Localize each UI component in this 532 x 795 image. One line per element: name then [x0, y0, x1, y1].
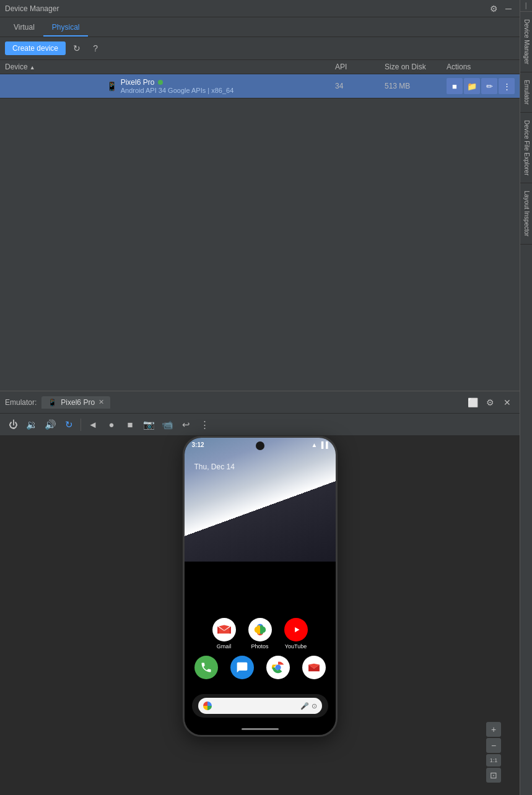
record-button[interactable]: 📹: [159, 417, 175, 433]
help-button[interactable]: ?: [88, 41, 103, 56]
phone-notch: [256, 441, 264, 450]
google-logo: [203, 702, 212, 710]
photos-icon: [248, 618, 272, 641]
photos-app[interactable]: Photos: [248, 618, 272, 649]
toolbar-separator: [81, 419, 81, 431]
screenshot-button[interactable]: 📷: [141, 417, 157, 433]
youtube-icon: [284, 618, 308, 641]
phone-app-icon: [194, 656, 218, 679]
gmail2-icon: [302, 656, 326, 679]
svg-marker-2: [295, 627, 299, 632]
wifi-icon: ▲: [311, 441, 317, 448]
google-search-bar[interactable]: 🎤 ⊙: [198, 698, 322, 714]
device-type-icon: 📱: [107, 81, 117, 91]
vol-up-button[interactable]: 🔊: [42, 417, 58, 433]
sidebar-item-device-manager[interactable]: Device Manager: [520, 12, 532, 72]
refresh-button[interactable]: ↻: [69, 41, 84, 56]
settings-button[interactable]: ⚙: [487, 2, 500, 15]
messages-icon: [230, 656, 254, 679]
emulator-close-button[interactable]: ✕: [98, 398, 104, 406]
device-size: 513 MB: [385, 82, 447, 90]
phone-status-bar: 3:12 ▲ ▐▐: [185, 438, 336, 452]
column-device[interactable]: Device: [5, 63, 335, 71]
power-button[interactable]: ⏻: [5, 417, 21, 433]
phone-screen: 3:12 ▲ ▐▐ Thu, Dec 14: [185, 438, 336, 735]
zoom-out-button[interactable]: −: [486, 738, 501, 753]
device-name-label: Pixel6 Pro: [121, 78, 155, 87]
tabs-bar: Virtual Physical: [0, 17, 520, 37]
lens-icon: ⊙: [312, 702, 317, 710]
home-indicator: [242, 728, 279, 730]
zoom-in-button[interactable]: +: [486, 722, 501, 737]
restore-button[interactable]: ↩: [178, 417, 194, 433]
app-title: Device Manager: [5, 4, 59, 13]
chrome-app[interactable]: [266, 656, 290, 679]
phone-wallpaper: [185, 438, 336, 562]
gmail2-app[interactable]: [302, 656, 326, 679]
stop-nav-button[interactable]: ■: [122, 417, 138, 433]
emulator-settings-button[interactable]: ⚙: [482, 395, 497, 410]
folder-button[interactable]: 📁: [464, 78, 480, 94]
home-nav-button[interactable]: ●: [103, 417, 120, 433]
sort-asc-icon: [30, 63, 35, 71]
stop-button[interactable]: ■: [447, 78, 463, 94]
phone-date-area: Thu, Dec 14: [185, 463, 336, 471]
gmail-icon: [212, 618, 236, 641]
gmail-label: Gmail: [217, 643, 232, 649]
vol-down-button[interactable]: 🔉: [24, 417, 40, 433]
column-api: API: [335, 63, 385, 71]
youtube-label: YouTube: [285, 643, 307, 649]
minimize-button[interactable]: ─: [502, 2, 515, 15]
status-icons: ▲ ▐▐: [311, 441, 328, 448]
photos-label: Photos: [251, 643, 268, 649]
table-header: Device API Size on Disk Actions: [0, 60, 520, 74]
create-device-button[interactable]: Create device: [5, 41, 66, 55]
sidebar-item-device-file-explorer[interactable]: Device File Explorer: [520, 113, 532, 183]
youtube-app[interactable]: YouTube: [284, 618, 308, 649]
right-sidebar: │ Device Manager Emulator Device File Ex…: [520, 0, 532, 795]
mic-icon: 🎤: [300, 702, 309, 710]
back-nav-button[interactable]: ◄: [85, 417, 101, 433]
zoom-controls: + − 1:1 ⊡: [486, 722, 501, 783]
column-actions: Actions: [447, 63, 515, 71]
tab-virtual[interactable]: Virtual: [5, 19, 43, 37]
device-subtitle: Android API 34 Google APIs | x86_64: [121, 87, 234, 94]
gmail-app[interactable]: Gmail: [212, 618, 236, 649]
device-actions: ■ 📁 ✏ ⋮: [447, 78, 515, 94]
emulator-panel: Emulator: 📱 Pixel6 Pro ✕ ⬜ ⚙ ✕ ⏻ 🔉 🔊 ↻ ◄…: [0, 391, 520, 795]
signal-icon: ▐▐: [319, 441, 328, 448]
emulator-device-icon: 📱: [48, 398, 57, 407]
sidebar-indicator: │: [525, 2, 528, 9]
device-info: 📱 Pixel6 Pro Android API 34 Google APIs …: [5, 78, 335, 94]
sidebar-item-emulator[interactable]: Emulator: [520, 72, 532, 113]
right-panel-top: │: [520, 0, 532, 12]
phone-date: Thu, Dec 14: [194, 463, 336, 471]
more-button[interactable]: ⋮: [499, 78, 515, 94]
messages-app[interactable]: [230, 656, 254, 679]
status-time: 3:12: [192, 441, 204, 448]
chrome-icon: [266, 656, 290, 679]
device-status-dot: [158, 80, 163, 85]
emulator-tab-label: Pixel6 Pro: [61, 398, 95, 407]
svg-rect-1: [229, 627, 230, 633]
more-options-button[interactable]: ⋮: [196, 417, 212, 433]
device-api: 34: [335, 82, 385, 90]
tab-physical[interactable]: Physical: [43, 19, 89, 37]
rotate-button[interactable]: ↻: [61, 417, 77, 433]
column-size: Size on Disk: [385, 63, 447, 71]
emulator-toolbar: ⏻ 🔉 🔊 ↻ ◄ ● ■ 📷 📹 ↩ ⋮: [0, 414, 520, 436]
phone-search-bar-container: 🎤 ⊙: [192, 694, 328, 718]
sidebar-item-layout-inspector[interactable]: Layout Inspector: [520, 183, 532, 245]
phone-frame[interactable]: 3:12 ▲ ▐▐ Thu, Dec 14: [183, 436, 338, 737]
zoom-ratio: 1:1: [486, 754, 501, 767]
emulator-close-btn[interactable]: ✕: [500, 395, 515, 410]
emulator-maximize-button[interactable]: ⬜: [465, 395, 480, 410]
device-toolbar: Create device ↻ ?: [0, 37, 520, 60]
emulator-tab[interactable]: 📱 Pixel6 Pro ✕: [41, 396, 110, 409]
device-table: Device API Size on Disk Actions 📱 Pix: [0, 60, 520, 391]
table-row[interactable]: 📱 Pixel6 Pro Android API 34 Google APIs …: [0, 74, 520, 98]
phone-app[interactable]: [194, 656, 218, 679]
dock-app-row: [191, 656, 329, 679]
zoom-fit-button[interactable]: ⊡: [486, 768, 501, 783]
edit-button[interactable]: ✏: [481, 78, 497, 94]
